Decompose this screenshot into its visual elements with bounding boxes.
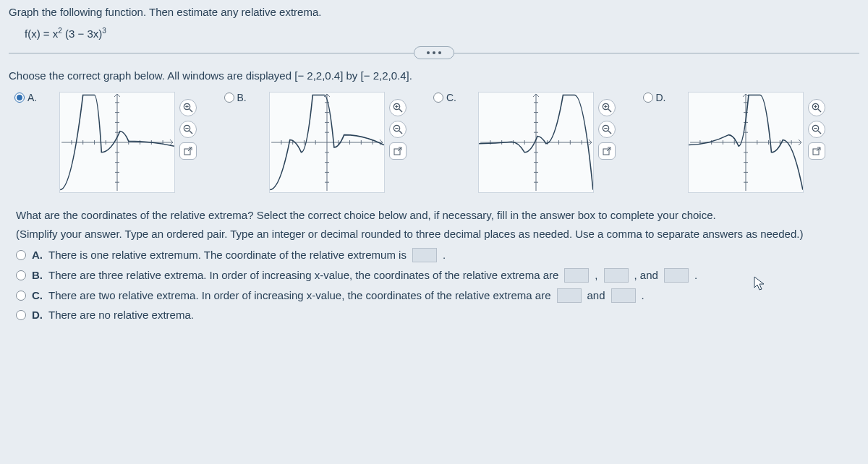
input-b-3[interactable] [664, 268, 689, 283]
zoom-out-b[interactable] [389, 121, 407, 138]
graph-label-c: C. [446, 92, 456, 103]
svg-line-50 [399, 131, 402, 134]
dots-icon [427, 51, 441, 54]
magnify-plus-icon [393, 103, 403, 113]
radio-answer-c[interactable] [16, 291, 26, 301]
svg-line-46 [399, 109, 402, 112]
input-c-1[interactable] [557, 288, 582, 303]
input-b-1[interactable] [564, 268, 589, 283]
question-prompt: Graph the following function. Then estim… [9, 6, 859, 18]
more-button[interactable] [414, 46, 454, 59]
graph-choice-b: B. [224, 92, 427, 193]
open-c[interactable] [598, 142, 616, 160]
open-b[interactable] [389, 142, 407, 160]
graph-sub-prompt: Choose the correct graph below. All wind… [9, 69, 859, 82]
input-c-2[interactable] [611, 288, 636, 303]
graph-choice-a: A. [14, 92, 217, 193]
input-b-2[interactable] [604, 268, 629, 283]
magnify-plus-icon [812, 103, 822, 113]
input-a-1[interactable] [412, 248, 437, 262]
open-new-icon [602, 146, 612, 156]
open-new-icon [393, 146, 403, 156]
radio-graph-a[interactable] [14, 93, 25, 103]
radio-graph-d[interactable] [643, 93, 653, 103]
magnify-minus-icon [602, 124, 612, 134]
graph-c [478, 92, 594, 193]
zoom-in-c[interactable] [598, 99, 616, 116]
radio-answer-d[interactable] [16, 310, 26, 320]
radio-graph-c[interactable] [433, 93, 443, 103]
graph-choice-row: A. [9, 92, 859, 193]
magnify-minus-icon [393, 124, 403, 134]
svg-line-73 [608, 109, 611, 112]
radio-answer-a[interactable] [16, 250, 26, 260]
zoom-out-c[interactable] [598, 121, 616, 138]
zoom-in-a[interactable] [179, 99, 197, 116]
graph-b [269, 92, 385, 193]
answer-choice-d: D. There are no relative extrema. [16, 309, 859, 321]
open-new-icon [183, 146, 193, 156]
svg-line-104 [818, 131, 821, 134]
graph-label-b: B. [237, 92, 247, 103]
graph-choice-d: D. [643, 92, 846, 193]
svg-line-77 [608, 131, 611, 134]
divider [9, 53, 859, 53]
answer-choice-c: C. There are two relative extrema. In or… [16, 288, 859, 303]
radio-graph-b[interactable] [224, 93, 234, 103]
function-expression: f(x) = x2 (3 − 3x)3 [25, 27, 859, 40]
answer-choice-b: B. There are three relative extrema. In … [16, 268, 859, 283]
answer-choice-a: A. There is one relative extremum. The c… [16, 248, 859, 262]
magnify-minus-icon [183, 124, 193, 134]
magnify-plus-icon [183, 103, 193, 113]
magnify-minus-icon [812, 124, 822, 134]
zoom-in-d[interactable] [808, 99, 825, 116]
extrema-question: What are the coordinates of the relative… [9, 207, 859, 321]
question-line-2: (Simplify your answer. Type an ordered p… [16, 226, 859, 242]
svg-line-23 [190, 131, 192, 134]
zoom-out-d[interactable] [808, 121, 825, 138]
graph-choice-c: C. [433, 92, 636, 193]
zoom-in-b[interactable] [389, 99, 407, 116]
magnify-plus-icon [602, 103, 612, 113]
open-d[interactable] [808, 142, 825, 160]
graph-a [59, 92, 175, 193]
graph-d [688, 92, 804, 193]
graph-label-a: A. [27, 92, 37, 103]
graph-label-d: D. [656, 92, 666, 103]
zoom-out-a[interactable] [179, 121, 197, 138]
open-new-icon [812, 146, 822, 156]
radio-answer-b[interactable] [16, 270, 26, 280]
svg-line-100 [818, 109, 821, 112]
question-line-1: What are the coordinates of the relative… [16, 207, 859, 223]
open-a[interactable] [179, 142, 197, 160]
svg-line-19 [190, 109, 192, 112]
